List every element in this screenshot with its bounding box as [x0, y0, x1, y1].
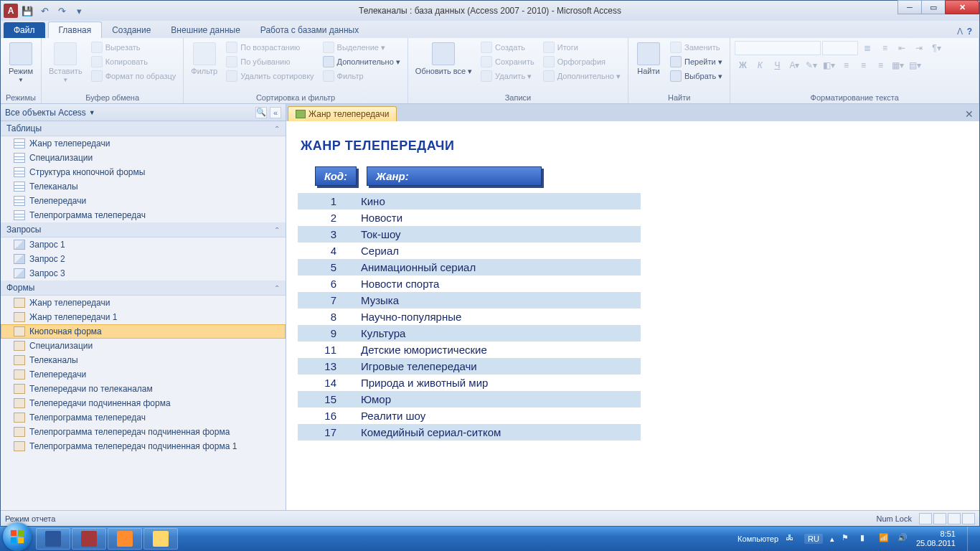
underline-icon[interactable]: Ч: [769, 58, 785, 72]
nav-group[interactable]: Запросы⌃: [1, 222, 286, 237]
nav-item[interactable]: Специализации: [1, 151, 286, 165]
tray-wifi-icon[interactable]: 📶: [879, 533, 890, 545]
goto-button[interactable]: Перейти ▾: [667, 55, 725, 68]
taskbar-media[interactable]: [108, 528, 142, 550]
nav-item[interactable]: Телепрограмма телепередач: [1, 410, 286, 425]
close-document-icon[interactable]: ✕: [962, 107, 976, 121]
file-tab[interactable]: Файл: [4, 22, 45, 38]
nav-item[interactable]: Запрос 2: [1, 252, 286, 266]
fill-color-icon[interactable]: ◧▾: [821, 58, 837, 72]
numbering-icon[interactable]: ≡: [877, 41, 892, 55]
sort-asc-button[interactable]: По возрастанию: [223, 41, 316, 54]
align-center-icon[interactable]: ≡: [855, 58, 871, 72]
formatpainter-button[interactable]: Формат по образцу: [88, 70, 179, 83]
view-button[interactable]: Режим▼: [5, 41, 37, 85]
totals-button[interactable]: Итоги: [540, 41, 623, 54]
view-print-icon[interactable]: [933, 513, 946, 524]
tray-flag-icon[interactable]: ⚑: [842, 533, 853, 545]
bold-icon[interactable]: Ж: [735, 58, 750, 72]
bullets-icon[interactable]: ≣: [859, 41, 875, 55]
view-report-icon[interactable]: [919, 513, 932, 524]
spelling-button[interactable]: Орфография: [540, 55, 623, 68]
new-record-button[interactable]: Создать: [478, 41, 537, 54]
font-family-select[interactable]: [735, 41, 821, 55]
replace-button[interactable]: Заменить: [667, 41, 725, 54]
nav-group[interactable]: Таблицы⌃: [1, 121, 286, 136]
help-icon[interactable]: ?: [967, 27, 972, 37]
minimize-button[interactable]: ─: [897, 0, 922, 14]
view-layout-icon[interactable]: [948, 513, 961, 524]
tray-volume-icon[interactable]: 🔊: [897, 533, 909, 545]
cut-button[interactable]: Вырезать: [88, 41, 179, 54]
nav-collapse-icon[interactable]: «: [270, 107, 281, 118]
nav-item[interactable]: Специализации: [1, 339, 286, 353]
nav-item[interactable]: Телепередачи: [1, 367, 286, 382]
gridlines-icon[interactable]: ▦▾: [890, 58, 905, 72]
select-button[interactable]: Выбрать ▾: [667, 70, 725, 83]
align-left-icon[interactable]: ≡: [838, 58, 854, 72]
advanced-filter-button[interactable]: Дополнительно ▾: [320, 55, 403, 68]
qat-redo-icon[interactable]: ↷: [54, 3, 70, 19]
more-records-button[interactable]: Дополнительно ▾: [540, 70, 623, 83]
taskbar-access[interactable]: [72, 528, 106, 550]
close-button[interactable]: ✕: [945, 0, 979, 14]
tray-up-icon[interactable]: ▴: [830, 534, 834, 544]
nav-item[interactable]: Жанр телепередачи: [1, 296, 286, 310]
nav-item[interactable]: Телепрограмма телепередач подчиненная фо…: [1, 439, 286, 453]
clear-sort-button[interactable]: Удалить сортировку: [223, 70, 316, 83]
nav-item[interactable]: Телеканалы: [1, 353, 286, 367]
font-size-select[interactable]: [822, 41, 858, 55]
nav-item[interactable]: Телеканалы: [1, 179, 286, 194]
nav-dropdown-icon[interactable]: ▼: [89, 109, 95, 116]
view-design-icon[interactable]: [962, 513, 975, 524]
nav-group[interactable]: Формы⌃: [1, 281, 286, 296]
indent-dec-icon[interactable]: ⇤: [894, 41, 910, 55]
start-button[interactable]: [3, 522, 32, 551]
minimize-ribbon-icon[interactable]: ᐱ: [957, 27, 963, 37]
nav-item[interactable]: Телепередачи по телеканалам: [1, 382, 286, 396]
refresh-all-button[interactable]: Обновить все ▾: [413, 41, 475, 77]
nav-item[interactable]: Запрос 3: [1, 266, 286, 281]
italic-icon[interactable]: К: [752, 58, 768, 72]
altrow-icon[interactable]: ▤▾: [907, 58, 923, 72]
highlight-icon[interactable]: ✎▾: [804, 58, 819, 72]
paste-button[interactable]: Вставить▼: [46, 41, 85, 85]
nav-item[interactable]: Телепрограмма телепередач подчиненная фо…: [1, 425, 286, 439]
tray-clock[interactable]: 8:5125.08.2011: [916, 529, 956, 547]
taskbar-explorer[interactable]: [143, 528, 178, 550]
textdir-icon[interactable]: ¶▾: [928, 41, 944, 55]
tab-home[interactable]: Главная: [48, 22, 103, 38]
nav-item[interactable]: Жанр телепередачи 1: [1, 310, 286, 324]
font-color-icon[interactable]: A▾: [786, 58, 802, 72]
indent-inc-icon[interactable]: ⇥: [911, 41, 927, 55]
save-record-button[interactable]: Сохранить: [478, 55, 537, 68]
sort-desc-button[interactable]: По убыванию: [223, 55, 316, 68]
tab-external[interactable]: Внешние данные: [161, 22, 250, 38]
tab-dbtools[interactable]: Работа с базами данных: [250, 22, 369, 38]
show-desktop-button[interactable]: [967, 527, 976, 551]
nav-item[interactable]: Структура кнопочной формы: [1, 165, 286, 179]
nav-item[interactable]: Кнопочная форма: [1, 324, 286, 339]
tray-battery-icon[interactable]: ▮: [860, 533, 872, 545]
filter-button[interactable]: Фильтр: [188, 41, 220, 77]
find-button[interactable]: Найти: [633, 41, 664, 77]
tab-create[interactable]: Создание: [102, 22, 161, 38]
nav-item[interactable]: Запрос 1: [1, 237, 286, 252]
document-tab[interactable]: Жанр телепередачи: [288, 106, 397, 121]
nav-item[interactable]: Жанр телепередачи: [1, 136, 286, 151]
toggle-filter-button[interactable]: Фильтр: [320, 70, 403, 83]
taskbar-word[interactable]: [36, 528, 70, 550]
qat-undo-icon[interactable]: ↶: [37, 3, 52, 19]
nav-title[interactable]: Все объекты Access: [5, 108, 86, 118]
qat-customize-icon[interactable]: ▾: [71, 3, 87, 19]
qat-save-icon[interactable]: 💾: [19, 3, 35, 19]
nav-item[interactable]: Телепередачи подчиненная форма: [1, 396, 286, 410]
nav-search-icon[interactable]: 🔍: [255, 107, 267, 118]
nav-item[interactable]: Телепередачи: [1, 194, 286, 208]
nav-item[interactable]: Телепрограмма телепередач: [1, 208, 286, 222]
align-right-icon[interactable]: ≡: [872, 58, 888, 72]
maximize-button[interactable]: ▭: [921, 0, 946, 14]
tray-lang[interactable]: RU: [804, 534, 823, 544]
copy-button[interactable]: Копировать: [88, 55, 179, 68]
tray-network-icon[interactable]: 🖧: [786, 533, 797, 545]
